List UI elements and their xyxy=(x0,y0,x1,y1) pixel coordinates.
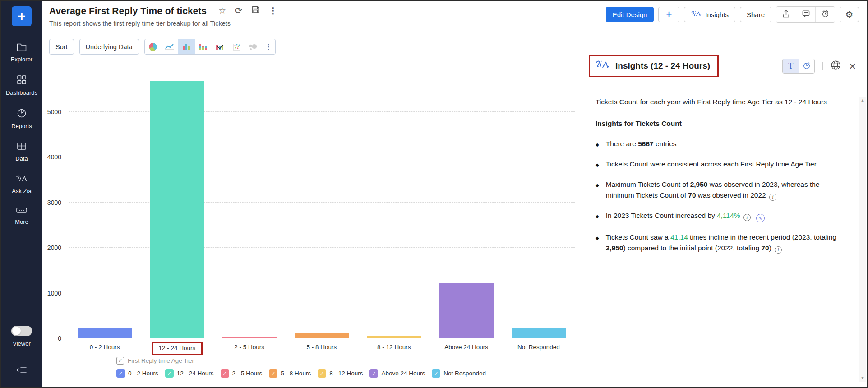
bar-Not Responded[interactable] xyxy=(512,328,566,338)
insights-view-toggle: T xyxy=(782,59,815,74)
insights-panel-title: Insights (12 - 24 Hours) xyxy=(615,61,710,71)
save-icon[interactable] xyxy=(251,5,260,15)
favorite-star-icon[interactable]: ☆ xyxy=(218,6,226,15)
insight-bullet: ◆ Maximum Tickets Count of 2,950 was obs… xyxy=(596,179,845,201)
info-icon[interactable]: i xyxy=(769,194,776,201)
sidebar-item-explorer[interactable]: Explorer xyxy=(11,42,32,63)
bars-row xyxy=(69,66,575,338)
scroll-down-icon[interactable]: ▼ xyxy=(861,376,865,380)
underlying-data-button[interactable]: Underlying Data xyxy=(79,39,139,55)
bar-slot xyxy=(213,66,286,338)
bar-slot xyxy=(286,66,358,338)
x-axis-label: Not Responded xyxy=(503,340,575,355)
insight-text: Tickets Count saw a 41.14 times incline … xyxy=(606,232,845,254)
info-icon[interactable]: i xyxy=(743,214,751,221)
insights-section-heading: Insights for Tickets Count xyxy=(596,118,845,129)
folder-icon xyxy=(16,42,27,53)
toggle-knob xyxy=(12,327,21,335)
legend-checkbox[interactable]: ✓ xyxy=(318,369,326,378)
legend-item-2 - 5 Hours[interactable]: ✓2 - 5 Hours xyxy=(221,369,263,378)
collapse-sidebar-icon[interactable] xyxy=(16,365,28,376)
grid-icon xyxy=(17,75,27,86)
insights-panel: Insights (12 - 24 Hours) T ✕ Tickets Cou… xyxy=(583,46,866,386)
sidebar-item-data[interactable]: Data xyxy=(15,142,28,162)
share-button[interactable]: Share xyxy=(740,7,771,22)
legend-item-0 - 2 Hours[interactable]: ✓0 - 2 Hours xyxy=(116,369,158,378)
more-options-icon[interactable]: ⋮ xyxy=(269,6,277,15)
language-globe-icon[interactable] xyxy=(831,60,841,72)
legend-item-12 - 24 Hours[interactable]: ✓12 - 24 Hours xyxy=(165,369,214,378)
sidebar-item-label: More xyxy=(15,218,28,225)
insight-text: In 2023 Tickets Count increased by 4,114… xyxy=(606,210,845,222)
sidebar-item-ask-zia[interactable]: Ask Zia xyxy=(12,174,31,194)
chart-type-line-icon[interactable] xyxy=(162,39,178,54)
sidebar-item-dashboards[interactable]: Dashboards xyxy=(6,75,37,96)
legend-checkbox[interactable]: ✓ xyxy=(221,369,229,378)
panel-scrollbar[interactable]: ▲ ▼ xyxy=(859,97,866,382)
chart-type-map-icon[interactable] xyxy=(245,39,262,54)
refresh-icon[interactable]: ⟳ xyxy=(235,6,242,15)
legend-checkbox[interactable]: ✓ xyxy=(116,369,125,378)
scroll-up-icon[interactable]: ▲ xyxy=(861,98,865,102)
sidebar-item-reports[interactable]: Reports xyxy=(11,108,32,129)
create-new-button[interactable]: + xyxy=(12,6,32,26)
report-subtitle: This report shows the first reply time t… xyxy=(49,20,231,27)
legend-checkbox[interactable]: ✓ xyxy=(165,369,174,378)
legend-checkbox[interactable]: ✓ xyxy=(269,369,277,378)
text-segment: for each xyxy=(638,98,667,106)
ellipsis-icon xyxy=(16,207,28,215)
info-icon[interactable]: i xyxy=(775,246,782,254)
settings-button[interactable]: ⚙ xyxy=(840,7,859,22)
insights-button[interactable]: Insights xyxy=(684,7,735,22)
sidebar: + Explorer Dashboards Reports Data Ask Z… xyxy=(1,1,42,387)
text-segment: ) compared to the initial point (2022, t… xyxy=(623,244,762,252)
chart-type-combo-icon[interactable] xyxy=(212,39,228,54)
sidebar-item-more[interactable]: More xyxy=(15,207,28,225)
legend-item-Not Responded[interactable]: ✓Not Responded xyxy=(432,369,486,378)
text-segment: Tickets Count were consistent across eac… xyxy=(606,160,817,168)
legend-item-5 - 8 Hours[interactable]: ✓5 - 8 Hours xyxy=(269,369,311,378)
legend-checkbox[interactable]: ✓ xyxy=(369,369,378,378)
edit-design-button[interactable]: Edit Design xyxy=(606,7,654,22)
chart-view-toggle[interactable] xyxy=(799,59,814,73)
insight-bullet: ◆ There are 5667 entries xyxy=(596,139,845,149)
comment-icon xyxy=(802,9,810,20)
bar-0 - 2 Hours[interactable] xyxy=(78,328,132,338)
sort-button[interactable]: Sort xyxy=(49,39,74,55)
bar-Above 24 Hours[interactable] xyxy=(439,283,494,338)
text-view-toggle[interactable]: T xyxy=(783,59,799,73)
trend-insight-icon[interactable]: ∿ xyxy=(756,214,765,222)
comments-button[interactable] xyxy=(796,7,815,22)
close-panel-icon[interactable]: ✕ xyxy=(849,61,856,72)
diamond-bullet-icon: ◆ xyxy=(596,235,599,254)
chart-type-pie-icon[interactable] xyxy=(145,39,162,54)
schedule-button[interactable] xyxy=(815,7,835,22)
highlighted-category-annotation: 12 - 24 Hours xyxy=(152,342,203,355)
insight-text: Maximum Tickets Count of 2,950 was obser… xyxy=(606,179,845,201)
insights-button-label: Insights xyxy=(705,11,729,18)
legend-item-Above 24 Hours[interactable]: ✓Above 24 Hours xyxy=(369,369,425,378)
text-segment xyxy=(740,212,742,219)
text-segment: 2,950 xyxy=(690,180,708,188)
export-button[interactable] xyxy=(776,7,796,22)
field-legend-checkbox[interactable]: ✓ xyxy=(116,357,124,365)
chart-type-scatter-icon[interactable] xyxy=(228,39,245,54)
x-axis-label: Above 24 Hours xyxy=(430,340,502,355)
legend-item-8 - 12 Hours[interactable]: ✓8 - 12 Hours xyxy=(318,369,363,378)
add-button[interactable]: + xyxy=(658,7,679,22)
chart-options-kebab-icon[interactable]: ⋮ xyxy=(262,39,275,54)
app-window: { "header": { "title": "Average First Re… xyxy=(0,0,868,388)
y-tick-label: 1000 xyxy=(47,290,61,297)
insight-bullet: ◆ Tickets Count were consistent across e… xyxy=(596,159,845,170)
bar-12 - 24 Hours[interactable] xyxy=(150,81,204,338)
diamond-bullet-icon: ◆ xyxy=(596,213,599,222)
chart-type-bar-icon[interactable] xyxy=(178,39,195,54)
legend-checkbox[interactable]: ✓ xyxy=(432,369,440,378)
viewer-mode-toggle[interactable] xyxy=(11,326,32,336)
text-segment: There are xyxy=(606,140,638,148)
x-axis-labels: 0 - 2 Hours12 - 24 Hours2 - 5 Hours5 - 8… xyxy=(69,340,575,355)
field-legend-label: First Reply time Age Tier xyxy=(128,357,194,364)
gear-icon: ⚙ xyxy=(845,9,854,20)
chart-type-stacked-bar-icon[interactable] xyxy=(195,39,212,54)
insight-text: Tickets Count were consistent across eac… xyxy=(606,159,845,170)
